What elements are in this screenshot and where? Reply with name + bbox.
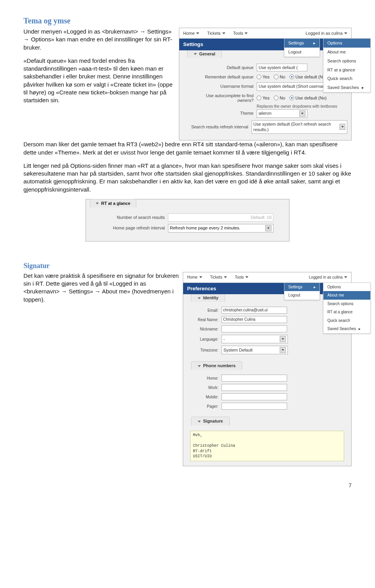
nav-home[interactable]: Home	[183, 272, 206, 282]
submenu-settings: Options About me Search options RT at a …	[323, 282, 371, 334]
dropdown-icon	[299, 110, 305, 117]
chevron-down-icon	[245, 32, 248, 34]
label-num-results: Number of search results	[91, 215, 168, 220]
radio-default-label: Use default (No)	[295, 75, 327, 79]
label-refresh-interval: Home page refresh interval	[91, 225, 168, 231]
radio-yes-label: Yes	[262, 96, 270, 100]
screenshot-settings: Home Tickets Tools Logged in as culina S…	[179, 28, 352, 140]
chevron-down-icon	[199, 276, 202, 278]
chevron-down-icon	[222, 32, 225, 34]
label-theme: Theme	[191, 110, 257, 116]
menu-item-options[interactable]: Options	[323, 283, 370, 291]
nav-tickets-label: Tickets	[207, 30, 220, 36]
nav-tools[interactable]: Tools	[231, 272, 252, 282]
screenshot-preferences: Home Tickets Tools Logged in as culina S…	[183, 272, 352, 466]
select-value: Use system default (	[259, 65, 298, 71]
chevron-down-icon	[198, 421, 201, 423]
input-num-results[interactable]: Default: 10	[168, 213, 273, 222]
tab-label: Identity	[203, 295, 218, 300]
para-4: Litt lenger ned på Options-siden finner …	[23, 162, 352, 194]
menu-item-searchoptions[interactable]: Search options	[323, 57, 370, 66]
nav-tools-label: Tools	[233, 30, 243, 36]
nav-home-label: Home	[187, 275, 198, 280]
menu-item-label: Settings	[288, 40, 304, 46]
input-work[interactable]	[221, 384, 287, 391]
menu-item-aboutme[interactable]: About me	[323, 48, 370, 57]
tab-rt-glance[interactable]: RT at a glance	[90, 199, 136, 208]
panel-signature: Signature Mvh, Christopher Culina RT-dri…	[183, 417, 351, 466]
textarea-signature[interactable]: Mvh, Christopher Culina RT-drift USIT/UI…	[190, 431, 344, 461]
select-refresh[interactable]: Use system default (Don't refresh search…	[252, 120, 347, 134]
radio-yes[interactable]	[257, 75, 261, 79]
label-default-queue: Default queue	[191, 65, 257, 71]
chevron-down-icon	[198, 365, 201, 367]
tab-identity[interactable]: Identity	[191, 293, 225, 302]
dropdown-icon	[339, 124, 345, 130]
select-default-queue[interactable]: Use system default (	[257, 64, 307, 72]
nav-tools[interactable]: Tools	[229, 28, 252, 38]
radio-no[interactable]	[274, 75, 279, 79]
input-nickname[interactable]	[221, 325, 287, 332]
chevron-down-icon	[344, 32, 347, 34]
input-home[interactable]	[221, 375, 287, 382]
radio-default[interactable]	[289, 96, 294, 100]
topnav: Home Tickets Tools Logged in as culina S…	[179, 28, 351, 39]
menu-item-rtglance[interactable]: RT at a glance	[323, 308, 370, 316]
tab-general[interactable]: General	[187, 50, 222, 58]
radio-no[interactable]	[274, 96, 279, 100]
menu-item-logout[interactable]: Logout	[284, 48, 320, 57]
nav-tickets[interactable]: Tickets	[203, 28, 229, 38]
menu-item-quicksearch[interactable]: Quick search	[323, 316, 370, 325]
tab-label: General	[199, 52, 215, 56]
submenu-user: Settings▸ Logout	[284, 282, 320, 300]
chevron-down-icon	[194, 53, 197, 55]
nav-logged-label: Logged in as culina	[305, 30, 343, 36]
tab-label: RT at a glance	[101, 201, 130, 206]
radio-yes-label: Yes	[262, 75, 270, 79]
select-timezone[interactable]: System Default	[221, 346, 288, 354]
topnav: Home Tickets Tools Logged in as culina S…	[183, 272, 351, 283]
tab-signature[interactable]: Signature	[191, 417, 230, 425]
nav-tickets[interactable]: Tickets	[206, 272, 231, 282]
nav-logged-in[interactable]: Logged in as culina	[302, 28, 351, 38]
dropdown-icon	[280, 336, 286, 342]
select-value: Use system default (Short usernames)	[259, 83, 332, 89]
menu-item-settings[interactable]: Settings▸	[284, 39, 320, 48]
input-realname[interactable]: Christopher Culina	[221, 316, 287, 323]
para-5: Det kan være praktisk å spesifisere en s…	[23, 272, 203, 304]
chevron-down-icon	[224, 276, 227, 278]
menu-item-quicksearch[interactable]: Quick search	[323, 74, 370, 83]
nav-home[interactable]: Home	[179, 28, 203, 38]
radio-yes[interactable]	[257, 96, 261, 100]
menu-item-aboutme[interactable]: About me	[323, 291, 370, 300]
select-value: System Default	[223, 347, 253, 353]
menu-item-searchoptions[interactable]: Search options	[323, 300, 370, 308]
select-refresh-interval[interactable]: Refresh home page every 2 minutes.	[168, 224, 273, 233]
input-email[interactable]: christopher.culina@usit.ui	[221, 307, 287, 314]
label-mobile: Mobile:	[191, 394, 221, 400]
nav-logged-in[interactable]: Logged in as culina	[305, 272, 351, 282]
dropdown-icon	[280, 347, 286, 353]
placeholder: Default: 10	[251, 215, 271, 220]
para-2: «Default queue» kan med fordel endres fr…	[23, 57, 203, 105]
radio-default[interactable]	[289, 75, 294, 79]
input-pager[interactable]	[221, 403, 287, 410]
menu-item-settings[interactable]: Settings▸	[284, 283, 320, 291]
label-email: Email:	[191, 308, 221, 313]
radio-no-label: No	[280, 75, 285, 79]
panel-phone: Phone numbers Home: Work: Mobile: Pager:	[183, 362, 351, 414]
menu-item-savedsearches[interactable]: Saved Searches ▸	[323, 83, 370, 92]
menu-item-logout[interactable]: Logout	[284, 291, 320, 300]
submenu-user: Settings▸ Logout	[284, 38, 320, 57]
menu-item-options[interactable]: Options	[323, 39, 370, 48]
select-theme[interactable]: aileron	[257, 109, 307, 118]
tab-phone[interactable]: Phone numbers	[191, 361, 242, 370]
menu-item-savedsearches[interactable]: Saved Searches ▸	[323, 325, 370, 333]
menu-item-rtglance[interactable]: RT at a glance	[323, 66, 370, 75]
heading-signatur: Signatur	[23, 261, 352, 270]
select-language[interactable]: -	[221, 335, 288, 343]
input-mobile[interactable]	[221, 393, 287, 400]
tab-label: Phone numbers	[203, 363, 236, 368]
select-value: -	[223, 336, 225, 342]
chevron-down-icon	[96, 203, 99, 204]
